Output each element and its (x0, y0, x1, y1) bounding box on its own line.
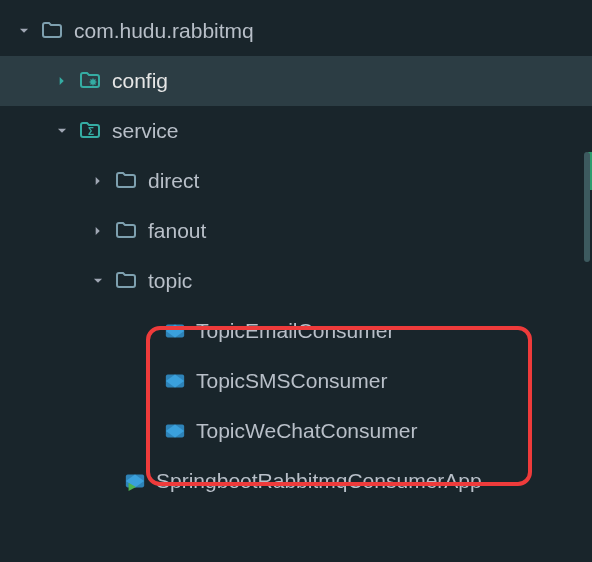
folder-icon (114, 269, 138, 293)
chevron-right-icon (88, 221, 108, 241)
folder-icon (114, 169, 138, 193)
tree-item-label: direct (148, 169, 199, 193)
class-icon (164, 370, 186, 392)
folder-service-icon: Σ (78, 119, 102, 143)
tree-item-label: TopicSMSConsumer (196, 369, 387, 393)
class-icon (164, 320, 186, 342)
tree-item-label: config (112, 69, 168, 93)
tree-item-fanout[interactable]: fanout (0, 206, 592, 256)
tree-item-topic-wechat-consumer[interactable]: TopicWeChatConsumer (0, 406, 592, 456)
chevron-right-icon (52, 71, 72, 91)
tree-item-label: TopicWeChatConsumer (196, 419, 417, 443)
tree-item-label: fanout (148, 219, 206, 243)
tree-item-direct[interactable]: direct (0, 156, 592, 206)
scrollbar-thumb[interactable] (584, 152, 590, 262)
class-icon (164, 420, 186, 442)
tree-item-label: service (112, 119, 179, 143)
tree-item-service[interactable]: Σ service (0, 106, 592, 156)
chevron-down-icon (14, 21, 34, 41)
tree-item-label: topic (148, 269, 192, 293)
chevron-right-icon (88, 171, 108, 191)
tree-item-topic-sms-consumer[interactable]: TopicSMSConsumer (0, 356, 592, 406)
tree-item-label: SpringbootRabbitmqConsumerApp (156, 469, 482, 493)
tree-item-label: com.hudu.rabbitmq (74, 19, 254, 43)
tree-item-config[interactable]: config (0, 56, 592, 106)
project-tree: com.hudu.rabbitmq config Σ service (0, 0, 592, 506)
tree-item-label: TopicEmailConsumer (196, 319, 394, 343)
svg-text:Σ: Σ (88, 126, 94, 137)
folder-gear-icon (78, 69, 102, 93)
spring-run-icon (124, 470, 146, 492)
tree-item-topic[interactable]: topic (0, 256, 592, 306)
folder-icon (114, 219, 138, 243)
chevron-down-icon (52, 121, 72, 141)
tree-item-springboot-app[interactable]: SpringbootRabbitmqConsumerApp (0, 456, 592, 506)
tree-item-topic-email-consumer[interactable]: TopicEmailConsumer (0, 306, 592, 356)
tree-item-package-root[interactable]: com.hudu.rabbitmq (0, 6, 592, 56)
chevron-down-icon (88, 271, 108, 291)
folder-icon (40, 19, 64, 43)
